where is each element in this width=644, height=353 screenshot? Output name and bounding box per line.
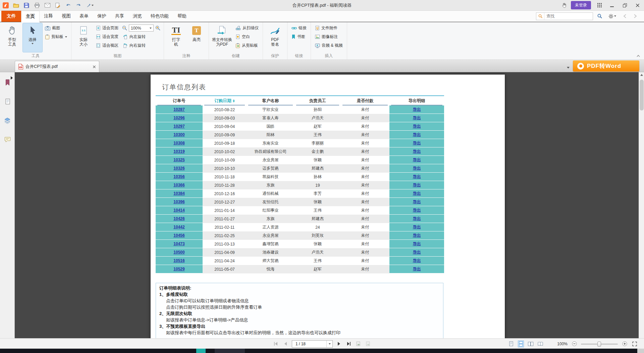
apps-grid-icon[interactable]: [595, 2, 604, 9]
export-link[interactable]: 导出: [413, 241, 421, 247]
fullscreen-icon[interactable]: [631, 341, 638, 347]
fit-visible-button[interactable]: 适合视区: [94, 42, 120, 49]
export-link[interactable]: 导出: [413, 208, 421, 213]
order-number-link[interactable]: 10396: [173, 200, 184, 204]
document-tab[interactable]: PDF 合并CPT报表.pdf: [15, 61, 99, 72]
print-icon[interactable]: [33, 2, 41, 9]
first-page-button[interactable]: [272, 341, 279, 347]
previous-page-button[interactable]: [282, 341, 289, 347]
zoom-slider[interactable]: [581, 341, 618, 347]
export-link[interactable]: 导出: [413, 250, 421, 255]
typewriter-button[interactable]: TI 打字机: [166, 23, 186, 52]
from-clipboard-button[interactable]: 从剪贴板: [234, 42, 260, 49]
export-link[interactable]: 导出: [413, 107, 421, 113]
export-link[interactable]: 导出: [413, 140, 421, 146]
tab-home[interactable]: 主页: [21, 11, 40, 22]
find-next-icon[interactable]: [631, 12, 639, 20]
tab-form[interactable]: 表单: [75, 11, 93, 22]
comments-panel-icon[interactable]: [0, 132, 15, 147]
zoom-out-icon[interactable]: [122, 25, 127, 31]
foxit-logo-icon[interactable]: [2, 2, 9, 9]
export-link[interactable]: 导出: [413, 157, 421, 163]
continuous-mode-icon[interactable]: [518, 341, 524, 347]
hand-tool-button[interactable]: 手型工具: [2, 23, 22, 52]
find-input[interactable]: [544, 14, 593, 18]
zoom-in-button[interactable]: [621, 341, 628, 347]
select-tool-button[interactable]: 选择: [23, 23, 42, 52]
export-link[interactable]: 导出: [413, 266, 421, 272]
order-number-link[interactable]: 10356: [173, 174, 184, 179]
order-number-link[interactable]: 10456: [173, 233, 184, 238]
fit-page-button[interactable]: 适合页面: [94, 24, 120, 32]
pdf-sign-button[interactable]: PDF签名: [265, 23, 285, 52]
minimize-button[interactable]: [608, 2, 616, 9]
export-link[interactable]: 导出: [413, 124, 421, 129]
export-link[interactable]: 导出: [413, 191, 421, 196]
find-previous-icon[interactable]: [621, 12, 629, 20]
export-link[interactable]: 导出: [413, 216, 421, 222]
bookmarks-panel-icon[interactable]: [0, 75, 15, 90]
from-scanner-button[interactable]: 从扫描仪: [234, 24, 260, 32]
tab-features[interactable]: 特色功能: [146, 11, 173, 22]
order-number-link[interactable]: 10296: [173, 116, 184, 120]
export-link[interactable]: 导出: [413, 115, 421, 121]
header-order-date[interactable]: 订购日期: [203, 96, 247, 105]
tab-share[interactable]: 共享: [111, 11, 128, 22]
export-link[interactable]: 导出: [413, 132, 421, 138]
tab-list-dropdown-icon[interactable]: [567, 64, 570, 70]
page-number-combobox[interactable]: 1 / 18: [292, 340, 333, 348]
email-icon[interactable]: [44, 2, 51, 9]
blank-page-button[interactable]: 空白: [234, 33, 260, 41]
order-number-link[interactable]: 10300: [173, 132, 184, 137]
order-number-link[interactable]: 10308: [173, 141, 184, 145]
order-number-link[interactable]: 10325: [173, 158, 184, 162]
order-number-link[interactable]: 10529: [173, 267, 184, 271]
rotate-left-button[interactable]: 向左旋转: [121, 33, 161, 41]
audio-video-button[interactable]: 音频 & 视频: [313, 42, 344, 49]
order-number-link[interactable]: 10297: [173, 124, 184, 129]
next-view-button[interactable]: [365, 341, 372, 347]
scrollbar-thumb[interactable]: [640, 80, 644, 111]
qat-customize-dropdown-icon[interactable]: [85, 2, 95, 9]
rotate-right-button[interactable]: 向右旋转: [121, 42, 161, 49]
order-number-link[interactable]: 10516: [173, 258, 184, 263]
order-number-link[interactable]: 10473: [173, 241, 184, 246]
collapse-ribbon-button[interactable]: [635, 53, 641, 58]
zoom-out-button[interactable]: [571, 341, 578, 347]
close-tab-icon[interactable]: [93, 65, 96, 69]
tab-comment[interactable]: 注释: [40, 11, 57, 22]
tab-protect[interactable]: 保护: [93, 11, 111, 22]
quick-convert-icon[interactable]: [54, 2, 61, 9]
order-number-link[interactable]: 10500: [173, 250, 184, 255]
zoom-in-icon[interactable]: [155, 25, 161, 31]
touch-mode-icon[interactable]: [561, 3, 567, 8]
tab-file[interactable]: 文件: [1, 11, 21, 22]
export-link[interactable]: 导出: [413, 166, 421, 171]
open-file-icon[interactable]: [12, 2, 20, 9]
find-scope-icon[interactable]: [536, 13, 544, 20]
order-number-link[interactable]: 10426: [173, 216, 184, 221]
order-number-link[interactable]: 10319: [173, 149, 184, 154]
actual-size-button[interactable]: 1:1 实际大小: [74, 23, 93, 52]
zoom-level-combobox[interactable]: 100%: [129, 25, 154, 32]
order-number-link[interactable]: 10384: [173, 191, 184, 196]
redo-icon[interactable]: [75, 2, 82, 9]
export-link[interactable]: 导出: [413, 233, 421, 238]
export-link[interactable]: 导出: [413, 224, 421, 230]
order-number-link[interactable]: 10442: [173, 225, 184, 229]
tab-help[interactable]: 帮助: [173, 11, 191, 22]
image-annotation-button[interactable]: 图像标注: [313, 33, 344, 41]
vertical-scrollbar[interactable]: [639, 72, 644, 338]
export-link[interactable]: 导出: [413, 174, 421, 180]
order-number-link[interactable]: 10287: [173, 107, 184, 112]
fit-width-button[interactable]: 适合宽度: [94, 33, 120, 41]
file-attachment-button[interactable]: 文件附件: [313, 24, 344, 32]
snapshot-button[interactable]: 截图: [43, 24, 69, 32]
next-page-button[interactable]: [336, 341, 342, 347]
tab-browse[interactable]: 浏览: [128, 11, 146, 22]
facing-pages-mode-icon[interactable]: [528, 341, 534, 347]
scroll-up-arrow-icon[interactable]: [639, 72, 644, 78]
pdf-to-word-button[interactable]: PDF转Word: [573, 60, 639, 72]
convert-to-pdf-button[interactable]: 将文件转换为PDF: [211, 23, 233, 52]
login-button[interactable]: 未登录: [571, 1, 591, 9]
